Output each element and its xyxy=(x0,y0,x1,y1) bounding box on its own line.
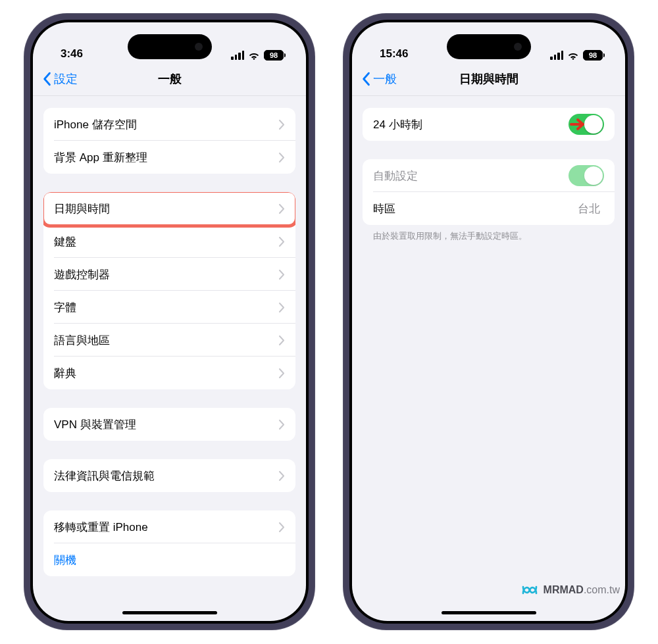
row-iphone-storage[interactable]: iPhone 儲存空間 xyxy=(43,108,295,141)
nav-bar: 設定 一般 xyxy=(33,62,306,96)
row-label: 日期與時間 xyxy=(54,201,279,216)
cellular-icon xyxy=(231,51,244,60)
row-shutdown[interactable]: 關機 xyxy=(43,543,295,576)
row-label: 移轉或重置 iPhone xyxy=(54,520,279,535)
row-label: 時區 xyxy=(373,201,578,216)
chevron-right-icon xyxy=(279,335,285,345)
row-game-controller[interactable]: 遊戲控制器 xyxy=(43,258,295,291)
row-background-app-refresh[interactable]: 背景 App 重新整理 xyxy=(43,141,295,174)
row-language-region[interactable]: 語言與地區 xyxy=(43,324,295,357)
chevron-left-icon xyxy=(42,72,51,86)
page-title: 一般 xyxy=(158,71,182,87)
row-date-time[interactable]: 日期與時間 xyxy=(43,192,295,225)
back-label: 一般 xyxy=(373,71,397,87)
chevron-right-icon xyxy=(279,204,285,214)
toggle-auto-set xyxy=(569,165,604,186)
status-time: 15:46 xyxy=(380,47,408,61)
row-label: 遊戲控制器 xyxy=(54,267,279,282)
chevron-right-icon xyxy=(279,368,285,378)
chevron-right-icon xyxy=(279,420,285,430)
row-legal-regulatory[interactable]: 法律資訊與電信規範 xyxy=(43,459,295,492)
footer-note: 由於裝置取用限制，無法手動設定時區。 xyxy=(363,225,615,242)
annotation-arrow-icon xyxy=(569,114,588,134)
row-label: 背景 App 重新整理 xyxy=(54,150,279,165)
chevron-right-icon xyxy=(279,153,285,162)
row-transfer-reset[interactable]: 移轉或重置 iPhone xyxy=(43,510,295,543)
row-keyboard[interactable]: 鍵盤 xyxy=(43,225,295,258)
chevron-right-icon xyxy=(279,303,285,312)
row-timezone[interactable]: 時區 台北 xyxy=(363,192,615,225)
row-dictionary[interactable]: 辭典 xyxy=(43,357,295,389)
back-button[interactable]: 一般 xyxy=(361,62,397,95)
status-time: 3:46 xyxy=(61,47,83,61)
dynamic-island xyxy=(447,34,531,59)
battery-icon: 98 xyxy=(264,50,284,61)
back-label: 設定 xyxy=(54,71,78,87)
chevron-right-icon xyxy=(279,237,285,247)
home-indicator[interactable] xyxy=(442,611,536,614)
chevron-right-icon xyxy=(279,471,285,481)
watermark-domain: .com.tw xyxy=(584,584,620,595)
row-vpn-device-management[interactable]: VPN 與裝置管理 xyxy=(43,408,295,441)
row-label: 語言與地區 xyxy=(54,333,279,348)
watermark-logo-icon xyxy=(521,583,538,597)
wifi-icon xyxy=(248,51,260,60)
row-label: iPhone 儲存空間 xyxy=(54,117,279,132)
row-label: 辭典 xyxy=(54,366,279,381)
row-label: 法律資訊與電信規範 xyxy=(54,468,279,483)
row-value: 台北 xyxy=(578,201,600,216)
settings-list[interactable]: 24 小時制 自動設定 時區 台北 xyxy=(352,96,625,621)
phone-frame-right: 15:46 98 一般 日期與時間 xyxy=(343,13,634,630)
watermark: MRMAD.com.tw xyxy=(521,583,620,597)
row-label: 字體 xyxy=(54,300,279,315)
chevron-left-icon xyxy=(361,72,370,86)
back-button[interactable]: 設定 xyxy=(42,62,78,95)
wifi-icon xyxy=(567,51,579,60)
settings-list[interactable]: iPhone 儲存空間 背景 App 重新整理 日期與時間 xyxy=(33,96,306,621)
row-label: VPN 與裝置管理 xyxy=(54,417,279,432)
cellular-icon xyxy=(550,51,563,60)
page-title: 日期與時間 xyxy=(459,71,519,87)
chevron-right-icon xyxy=(279,120,285,130)
chevron-right-icon xyxy=(279,270,285,280)
phone-frame-left: 3:46 98 設定 一般 xyxy=(24,13,315,630)
row-label: 24 小時制 xyxy=(373,117,569,132)
row-label: 自動設定 xyxy=(373,168,569,184)
row-label: 鍵盤 xyxy=(54,234,279,249)
row-auto-set: 自動設定 xyxy=(363,159,615,192)
chevron-right-icon xyxy=(279,522,285,532)
battery-icon: 98 xyxy=(583,50,603,61)
nav-bar: 一般 日期與時間 xyxy=(352,62,625,96)
row-label: 關機 xyxy=(54,553,285,568)
row-fonts[interactable]: 字體 xyxy=(43,291,295,324)
dynamic-island xyxy=(128,34,212,59)
watermark-brand: MRMAD xyxy=(544,584,584,595)
home-indicator[interactable] xyxy=(122,611,217,614)
